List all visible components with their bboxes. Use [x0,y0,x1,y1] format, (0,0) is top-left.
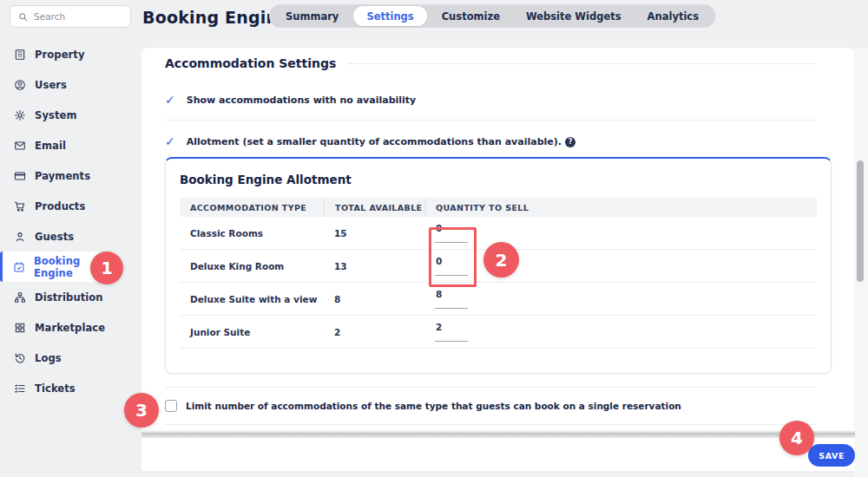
sidebar-item-label: Products [35,200,85,212]
page-title: Booking Engine [142,8,289,27]
total-available: 8 [324,294,424,304]
sidebar-item-property[interactable]: Property [0,39,141,69]
annotation-badge-4: 4 [779,421,814,455]
sidebar-item-marketplace[interactable]: Marketplace [0,312,141,343]
total-available: 15 [324,228,424,238]
divider [165,424,816,425]
booking-engine-settings-page: Property Users System Email Payments Pro… [0,0,868,477]
users-icon [13,78,26,91]
limit-checkbox[interactable] [165,400,177,412]
hierarchy-icon [13,291,26,304]
column-header-quantity-to-sell: QUANTITY TO SELL [424,198,817,217]
sidebar-item-label: Guests [35,231,74,243]
allotment-card-title: Booking Engine Allotment [180,173,817,186]
sidebar: Property Users System Email Payments Pro… [0,0,141,477]
sidebar-item-label: System [35,109,77,121]
vertical-scrollbar-thumb[interactable] [857,160,864,282]
tab-customize[interactable]: Customize [429,4,513,28]
total-available: 13 [324,261,424,271]
annotation-badge-3: 3 [124,393,159,428]
sidebar-item-label: Marketplace [35,322,105,334]
sidebar-item-users[interactable]: Users [0,69,141,100]
toggle-allotment[interactable]: ✓ Allotment (set a smaller quantity of a… [165,135,816,147]
search-icon [18,12,28,22]
toggle-label: Allotment (set a smaller quantity of acc… [187,136,575,147]
tab-settings[interactable]: Settings [353,6,426,26]
search-box[interactable] [10,5,131,28]
toggle-label: Show accommodations with no availability [187,95,417,106]
tab-analytics[interactable]: Analytics [635,4,712,28]
tab-bar: Summary Settings Customize Website Widge… [269,4,715,28]
footer-bar: SAVE [141,438,855,471]
cart-icon [13,199,26,212]
sidebar-item-label: Email [35,140,66,152]
sidebar-nav: Property Users System Email Payments Pro… [0,39,141,403]
annotation-badge-2: 2 [483,242,519,278]
table-row: Junior Suite 2 [180,316,817,349]
sidebar-item-label: Tickets [35,382,76,395]
gear-icon [13,108,26,121]
table-header-row: ACCOMMODATION TYPE TOTAL AVAILABLE QUANT… [180,198,817,217]
sidebar-item-label: Logs [35,352,62,364]
sidebar-item-products[interactable]: Products [0,191,141,221]
column-header-total-available: TOTAL AVAILABLE [324,198,424,217]
accommodation-type: Classic Rooms [180,228,324,238]
sidebar-item-label: Users [35,79,67,91]
table-row: Deluxe Suite with a view 8 [180,283,817,316]
sidebar-item-label: Payments [35,170,90,182]
help-icon[interactable]: ? [565,137,575,147]
quantity-input[interactable] [435,289,468,309]
calendar-check-icon [13,260,25,273]
person-icon [13,230,26,243]
sidebar-item-tickets[interactable]: Tickets [0,373,141,403]
accommodation-type: Junior Suite [180,327,324,337]
column-header-accommodation-type: ACCOMMODATION TYPE [180,198,324,217]
search-input[interactable] [34,11,122,22]
quantity-input[interactable] [435,322,468,342]
sidebar-item-label: Distribution [35,291,103,304]
tab-website-widgets[interactable]: Website Widgets [513,4,635,28]
tab-summary[interactable]: Summary [273,4,352,28]
annotation-rectangle [429,227,477,287]
limit-checkbox-label: Limit number of accommodations of the sa… [186,401,681,411]
sidebar-item-logs[interactable]: Logs [0,343,141,373]
accommodation-type: Deluxe Suite with a view [180,294,324,304]
section-divider [348,63,816,64]
sidebar-item-payments[interactable]: Payments [0,160,141,191]
total-available: 2 [324,327,424,337]
history-icon [13,351,26,364]
section-title: Accommodation Settings [165,56,336,70]
sidebar-item-label: Property [35,49,85,61]
check-icon: ✓ [165,94,175,106]
vertical-scrollbar-track[interactable] [854,48,868,477]
credit-card-icon [13,169,26,182]
sidebar-item-system[interactable]: System [0,100,141,130]
section-header: Accommodation Settings [165,56,816,70]
save-button[interactable]: SAVE [808,444,855,467]
toggle-show-no-availability[interactable]: ✓ Show accommodations with no availabili… [165,94,816,106]
sidebar-item-distribution[interactable]: Distribution [0,282,141,312]
check-icon: ✓ [165,135,175,147]
email-icon [13,139,26,152]
checklist-icon [13,382,26,395]
limit-reservation-row: Limit number of accommodations of the sa… [165,400,816,412]
sidebar-item-guests[interactable]: Guests [0,221,141,252]
accommodation-type: Deluxe King Room [180,261,324,271]
sidebar-item-booking-engine[interactable]: Booking Engine [0,252,102,282]
annotation-badge-1: 1 [90,252,123,284]
divider [165,387,816,388]
divider [165,120,816,121]
sidebar-item-email[interactable]: Email [0,130,141,160]
building-icon [13,48,26,61]
grid-icon [13,321,26,334]
